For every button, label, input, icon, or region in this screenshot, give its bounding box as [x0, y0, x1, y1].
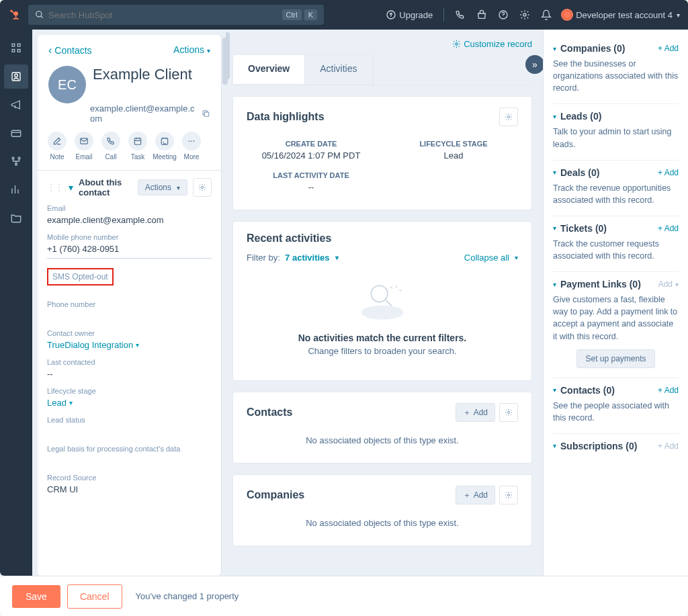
- save-button[interactable]: Save: [12, 585, 60, 608]
- rs-contacts-add[interactable]: + Add: [658, 386, 679, 395]
- value-legal[interactable]: [47, 454, 212, 467]
- action-email[interactable]: Email: [73, 132, 95, 161]
- bell-icon[interactable]: [541, 9, 552, 20]
- value-owner[interactable]: TrueDialog Integration▾: [47, 339, 212, 351]
- scrollbar[interactable]: [226, 32, 230, 79]
- search-shortcut: CtrlK: [282, 9, 317, 20]
- collapse-right-toggle[interactable]: »: [525, 55, 543, 74]
- breadcrumb[interactable]: Contacts: [48, 44, 92, 56]
- label-email: Email: [47, 204, 212, 212]
- rs-contacts-toggle[interactable]: ▾Contacts (0): [553, 385, 615, 396]
- value-mobile[interactable]: +1 (760) 428-0951: [47, 243, 212, 259]
- svg-point-0: [13, 11, 18, 16]
- value-lifecycle[interactable]: Lead▾: [47, 396, 212, 409]
- filter-dropdown[interactable]: 7 activities: [285, 253, 339, 263]
- rs-companies-add[interactable]: + Add: [658, 44, 679, 53]
- hl-create-label: CREATE DATE: [247, 140, 376, 148]
- contacts-settings[interactable]: [499, 403, 518, 422]
- drag-handle-icon[interactable]: ⋮⋮: [47, 183, 63, 192]
- chevron-down-icon[interactable]: ▾: [69, 182, 73, 193]
- contacts-association-card: Contacts ＋Add No associated objects of t…: [232, 392, 532, 464]
- rs-deals: ▾Deals (0)+ Add Track the revenue opport…: [553, 161, 679, 216]
- rs-subscriptions-add[interactable]: + Add: [658, 441, 679, 451]
- gear-icon: [505, 408, 513, 416]
- action-more[interactable]: More: [180, 132, 203, 161]
- value-lastcontact: --: [47, 367, 212, 380]
- rs-paymentlinks: ▾Payment Links (0)Add Give customers a f…: [553, 272, 679, 378]
- hl-lifecycle-label: LIFECYCLE STAGE: [389, 140, 518, 148]
- rail-automation[interactable]: [4, 149, 28, 173]
- rs-companies: ▾Companies (0)+ Add See the businesses o…: [553, 36, 679, 104]
- tab-overview[interactable]: Overview: [233, 55, 304, 84]
- rs-companies-desc: See the businesses or organizations asso…: [553, 58, 679, 94]
- rs-paymentlinks-desc: Give customers a fast, flexible way to p…: [553, 294, 679, 343]
- tab-activities[interactable]: Activities: [304, 55, 372, 84]
- value-leadstatus[interactable]: [47, 425, 212, 438]
- global-search[interactable]: CtrlK: [28, 5, 324, 25]
- rs-tickets-add[interactable]: + Add: [658, 224, 679, 233]
- contacts-empty: No associated objects of this type exist…: [247, 429, 518, 452]
- companies-add-button[interactable]: ＋Add: [456, 486, 495, 504]
- record-sidebar: Contacts Actions EC Example Client examp…: [38, 35, 222, 576]
- contacts-add-button[interactable]: ＋Add: [456, 403, 495, 422]
- rail-marketing[interactable]: [4, 93, 28, 117]
- customize-record-link[interactable]: Customize record: [452, 39, 532, 49]
- rs-deals-toggle[interactable]: ▾Deals (0): [553, 167, 599, 178]
- rail-crm[interactable]: [4, 64, 28, 89]
- cancel-button[interactable]: Cancel: [67, 584, 122, 609]
- empty-search-icon: [352, 276, 413, 323]
- record-email-row: example.client@example.com: [38, 103, 221, 128]
- rs-tickets-toggle[interactable]: ▾Tickets (0): [553, 223, 607, 234]
- rs-subscriptions-toggle[interactable]: ▾Subscriptions (0): [553, 441, 637, 451]
- rail-bookmarks[interactable]: [4, 36, 28, 60]
- search-input[interactable]: [48, 10, 282, 20]
- companies-empty: No associated objects of this type exist…: [247, 511, 518, 535]
- record-name: Example Client: [93, 66, 210, 83]
- phone-icon[interactable]: [455, 9, 466, 20]
- help-icon[interactable]: [498, 9, 509, 20]
- about-settings[interactable]: [193, 178, 212, 197]
- action-task[interactable]: Task: [126, 132, 149, 161]
- value-phone[interactable]: [47, 310, 212, 322]
- filter-by: Filter by: 7 activities: [247, 253, 339, 263]
- hubspot-logo-icon: [8, 8, 22, 21]
- svg-point-27: [371, 285, 388, 302]
- avatar: EC: [48, 66, 86, 103]
- rs-contacts-desc: See the people associated with this reco…: [553, 400, 679, 424]
- rs-paymentlinks-toggle[interactable]: ▾Payment Links (0): [553, 279, 641, 290]
- svg-point-13: [12, 157, 14, 159]
- svg-point-21: [191, 140, 192, 142]
- gear-icon: [452, 40, 461, 48]
- action-call[interactable]: Call: [99, 132, 122, 161]
- rs-leads-toggle[interactable]: ▾Leads (0): [553, 111, 601, 122]
- rail-reporting[interactable]: [4, 177, 28, 202]
- data-highlights-card: Data highlights CREATE DATE05/16/2024 1:…: [232, 96, 532, 210]
- collapse-all[interactable]: Collapse all: [464, 253, 518, 263]
- svg-point-24: [456, 43, 458, 45]
- svg-point-1: [10, 10, 12, 12]
- about-actions-dropdown[interactable]: Actions: [138, 179, 187, 195]
- rs-paymentlinks-add[interactable]: Add: [658, 279, 679, 289]
- account-dot-icon: [562, 10, 572, 19]
- highlights-settings[interactable]: [499, 107, 518, 126]
- rs-tickets: ▾Tickets (0)+ Add Track the customer req…: [553, 216, 679, 272]
- marketplace-icon[interactable]: [476, 9, 487, 20]
- copy-icon[interactable]: [202, 109, 210, 118]
- companies-settings[interactable]: [499, 486, 518, 504]
- value-email[interactable]: example.client@example.com: [47, 214, 212, 226]
- setup-payments-button[interactable]: Set up payments: [576, 349, 654, 368]
- upgrade-link[interactable]: Upgrade: [386, 9, 433, 20]
- separator: [443, 8, 444, 21]
- rs-deals-add[interactable]: + Add: [658, 168, 679, 177]
- record-actions-dropdown[interactable]: Actions: [173, 44, 210, 56]
- rail-commerce[interactable]: [4, 121, 28, 145]
- settings-icon[interactable]: [519, 9, 530, 20]
- rs-companies-toggle[interactable]: ▾Companies (0): [553, 43, 625, 54]
- account-switcher[interactable]: Developer test account 4 ▾: [562, 10, 680, 20]
- action-meeting[interactable]: Meeting: [153, 132, 176, 161]
- svg-rect-18: [134, 138, 140, 144]
- action-note[interactable]: Note: [46, 132, 69, 161]
- svg-point-11: [15, 74, 18, 77]
- rail-library[interactable]: [4, 206, 28, 230]
- label-legal: Legal basis for processing contact's dat…: [47, 445, 212, 453]
